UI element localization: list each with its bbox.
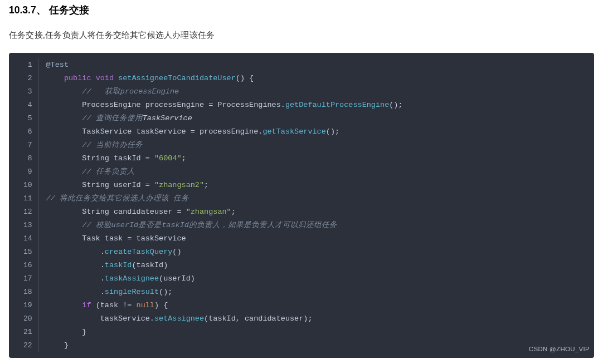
line-number: 2 xyxy=(9,72,38,85)
code-token: taskId xyxy=(137,261,164,269)
code-token: taskId xyxy=(208,314,236,323)
code-token xyxy=(182,208,186,216)
code-token: taskId xyxy=(105,261,132,269)
code-token: { xyxy=(249,74,254,82)
code-token: ( xyxy=(132,261,136,269)
code-token: . xyxy=(150,314,154,323)
code-line: 10 String userId = "zhangsan2"; xyxy=(9,179,594,192)
watermark: CSDN @ZHOU_VIP xyxy=(529,342,590,356)
code-token: , xyxy=(236,314,240,323)
line-number: 4 xyxy=(9,99,38,112)
code-token: createTaskQuery xyxy=(105,248,173,256)
code-cell: } xyxy=(38,339,594,352)
line-number: 13 xyxy=(9,219,38,232)
code-cell: // 查询任务使用TaskService xyxy=(38,112,594,125)
code-line: 5 // 查询任务使用TaskService xyxy=(9,112,594,125)
code-line: 6 TaskService taskService = processEngin… xyxy=(9,125,594,139)
code-token: . xyxy=(100,274,105,283)
section-paragraph: 任务交接,任务负责人将任务交给其它候选人办理该任务 xyxy=(9,30,594,41)
code-token: ( xyxy=(159,274,163,283)
code-token: processEngine xyxy=(195,127,258,136)
code-line: 21 } xyxy=(9,326,594,339)
line-number: 18 xyxy=(9,286,38,299)
code-token: // 将此任务交给其它候选人办理该 任务 xyxy=(46,194,189,203)
code-token: if xyxy=(82,301,91,309)
line-number: 17 xyxy=(9,272,38,286)
code-cell: String userId = "zhangsan2"; xyxy=(38,179,594,192)
code-token: String taskId xyxy=(82,154,145,163)
code-line: 14 Task task = taskService xyxy=(9,232,594,245)
line-number: 11 xyxy=(9,192,38,205)
code-token xyxy=(91,74,96,82)
code-token: . xyxy=(281,101,285,109)
line-number: 6 xyxy=(9,125,38,139)
code-token: { xyxy=(163,301,168,309)
code-token: ) xyxy=(191,274,195,283)
code-line: 9 // 任务负责人 xyxy=(9,165,594,179)
code-token: ) xyxy=(163,261,168,269)
code-token: // 获取processEngine xyxy=(82,87,179,96)
section-heading: 10.3.7、 任务交接 xyxy=(9,3,594,17)
code-token: setAssignee xyxy=(154,314,204,323)
code-cell: TaskService taskService = processEngine.… xyxy=(38,125,594,139)
code-token: ProcessEngine processEngine xyxy=(82,101,208,109)
line-number: 10 xyxy=(9,179,38,192)
code-line: 22 } xyxy=(9,339,594,352)
code-token: (); xyxy=(326,127,339,136)
code-cell: .taskAssignee(userId) xyxy=(38,272,594,286)
code-token: task xyxy=(100,301,123,309)
code-line: 12 String candidateuser = "zhangsan"; xyxy=(9,205,594,219)
code-table: 1@Test2 public void setAssigneeToCandida… xyxy=(9,58,594,352)
code-token xyxy=(150,154,154,163)
code-token: () xyxy=(236,74,245,82)
code-cell: // 任务负责人 xyxy=(38,165,594,179)
code-line: 19 if (task != null) { xyxy=(9,299,594,312)
code-block: 1@Test2 public void setAssigneeToCandida… xyxy=(9,53,594,358)
code-line: 7 // 当前待办任务 xyxy=(9,139,594,152)
code-token: null xyxy=(137,301,154,309)
line-number: 16 xyxy=(9,259,38,272)
code-token: // 任务负责人 xyxy=(82,168,134,176)
code-token: ; xyxy=(182,154,186,163)
code-token: != xyxy=(123,301,132,309)
code-token: ; xyxy=(204,181,208,189)
line-number: 14 xyxy=(9,232,38,245)
code-token: userId xyxy=(163,274,191,283)
code-cell: public void setAssigneeToCandidateUser()… xyxy=(38,72,594,85)
code-token: ProcessEngines xyxy=(213,101,281,109)
code-token xyxy=(159,301,163,309)
code-cell: .taskId(taskId) xyxy=(38,259,594,272)
code-token: taskService xyxy=(132,234,186,243)
line-number: 21 xyxy=(9,326,38,339)
code-cell: String candidateuser = "zhangsan"; xyxy=(38,205,594,219)
code-token xyxy=(132,301,136,309)
code-cell: // 当前待办任务 xyxy=(38,139,594,152)
line-number: 12 xyxy=(9,205,38,219)
code-token: String candidateuser xyxy=(82,208,177,216)
code-token: "zhangsan" xyxy=(186,208,231,216)
code-token: } xyxy=(64,341,69,350)
code-cell: .singleResult(); xyxy=(38,286,594,299)
line-number: 9 xyxy=(9,165,38,179)
line-number: 3 xyxy=(9,85,38,99)
code-token: ( xyxy=(96,301,100,309)
code-token xyxy=(114,74,118,82)
line-number: 19 xyxy=(9,299,38,312)
code-cell: taskService.setAssignee(taskId, candidat… xyxy=(38,312,594,326)
code-token: taskAssignee xyxy=(105,274,159,283)
code-token: void xyxy=(96,74,114,82)
code-token: "6004" xyxy=(154,154,182,163)
code-line: 13 // 校验userId是否是taskId的负责人，如果是负责人才可以归还组… xyxy=(9,219,594,232)
code-token: = xyxy=(145,181,150,189)
line-number: 22 xyxy=(9,339,38,352)
code-token: TaskService xyxy=(143,114,192,122)
code-token: "zhangsan2" xyxy=(154,181,204,189)
line-number: 1 xyxy=(9,58,38,72)
code-token xyxy=(91,301,96,309)
code-token: (); xyxy=(159,288,172,296)
code-token: (); xyxy=(389,101,402,109)
code-token: . xyxy=(100,248,105,256)
code-cell: // 将此任务交给其它候选人办理该 任务 xyxy=(38,192,594,205)
code-line: 16 .taskId(taskId) xyxy=(9,259,594,272)
code-cell: .createTaskQuery() xyxy=(38,245,594,259)
